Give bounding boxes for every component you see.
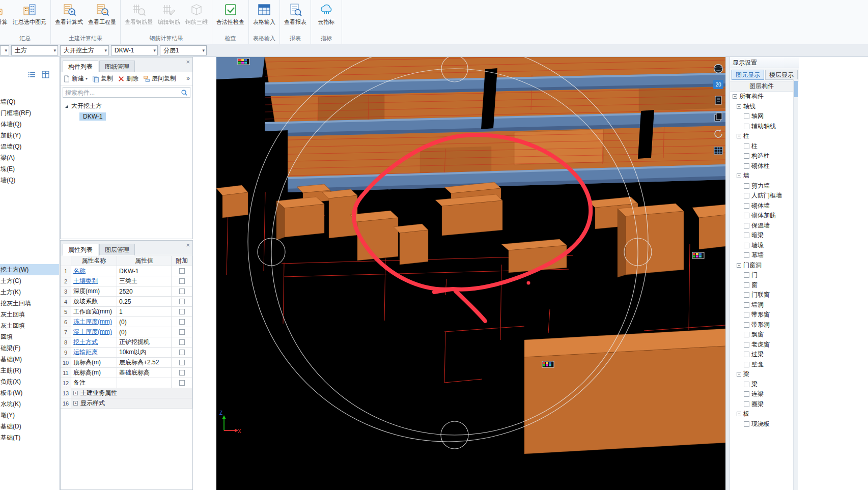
ribbon-button-view-formula[interactable]: 查看计算式 (52, 0, 86, 26)
ribbon-button-rebar-3d[interactable]: 钢筋三维 (183, 0, 210, 26)
sheet-icon[interactable] (713, 95, 724, 106)
orbit-sphere-icon[interactable] (713, 63, 724, 74)
layer-item[interactable]: 墙洞 (730, 300, 793, 310)
filter-dropdown-2[interactable]: 大开挖土方▾ (60, 45, 109, 55)
layer-checkbox[interactable] (744, 391, 749, 397)
attach-checkbox[interactable] (179, 329, 185, 335)
search-icon[interactable] (181, 89, 188, 96)
left-nav-item[interactable]: 水坑(K) (0, 398, 59, 410)
ribbon-button-validity-check[interactable]: 合法性检查 (214, 0, 247, 26)
left-nav-item[interactable]: 灰土回填 (0, 320, 59, 331)
component-tree-group[interactable]: 大开挖土方 (61, 101, 192, 111)
attach-checkbox[interactable] (179, 370, 185, 376)
ribbon-button-edit-rebar[interactable]: 编辑钢筋 (155, 0, 183, 26)
property-row[interactable]: 5工作面宽(mm)1 (61, 307, 192, 317)
3d-scene[interactable] (216, 57, 725, 490)
left-nav-item[interactable]: 础梁(F) (0, 342, 59, 354)
layer-checkbox[interactable] (744, 223, 749, 228)
layer-item[interactable]: 构造柱 (730, 151, 793, 161)
layer-checkbox[interactable] (744, 233, 749, 238)
tab[interactable]: 图元显示 (732, 70, 764, 80)
tab[interactable]: 楼层显示 (765, 70, 798, 80)
layer-checkbox[interactable] (744, 153, 749, 159)
layer-checkbox[interactable] (744, 143, 749, 149)
layer-item[interactable]: 柱 (730, 141, 793, 152)
left-nav-item[interactable]: 灰土回填 (0, 309, 59, 320)
foundation-blocks[interactable] (216, 182, 725, 454)
left-nav-item[interactable]: 门框墙(RF) (0, 107, 59, 119)
toolbar-overflow-button[interactable]: » (186, 75, 190, 82)
viewport-scrollbar[interactable] (725, 57, 730, 490)
layer-item[interactable]: 保温墙 (730, 221, 793, 231)
attach-checkbox[interactable] (179, 268, 185, 274)
list-view-icon[interactable] (27, 70, 36, 79)
ribbon-button-view-quantity[interactable]: 查看工程量 (86, 0, 119, 26)
left-nav-item[interactable]: 墙(Q) (0, 175, 59, 186)
layer-item[interactable]: 连梁 (730, 389, 793, 399)
property-row[interactable]: 8挖土方式正铲挖掘机 (61, 337, 192, 348)
layer-item[interactable]: 辅助轴线 (730, 122, 793, 132)
left-nav-item[interactable]: 土方(K) (0, 286, 59, 298)
toolbar-delete-button[interactable]: 删除 (118, 74, 138, 83)
layer-checkbox[interactable] (744, 243, 749, 248)
filter-dropdown-4[interactable]: 分层1▾ (160, 45, 207, 55)
layer-item[interactable]: 人防门框墙 (730, 191, 793, 201)
layer-checkbox[interactable] (744, 252, 749, 258)
left-nav-item[interactable]: 加筋(Y) (0, 130, 59, 141)
filter-dropdown-1[interactable]: 土方▾ (11, 45, 58, 55)
left-nav-item[interactable]: 温墙(Q) (0, 141, 59, 152)
layer-checkbox[interactable] (744, 213, 749, 218)
attach-checkbox[interactable] (179, 309, 185, 314)
attach-checkbox[interactable] (179, 319, 185, 325)
layer-checkbox[interactable] (744, 421, 749, 427)
layer-checkbox[interactable] (744, 163, 749, 169)
columns-view-icon[interactable] (41, 70, 50, 79)
left-nav-item[interactable]: 基础(T) (0, 432, 59, 443)
layer-checkbox[interactable] (744, 322, 749, 328)
layer-checkbox[interactable] (744, 282, 749, 288)
layer-item[interactable]: 砌体柱 (730, 161, 793, 171)
toolbar-new-button[interactable]: 新建▾ (63, 74, 88, 83)
layer-item[interactable]: −墙 (730, 171, 793, 181)
layer-checkbox[interactable] (744, 203, 749, 209)
property-row[interactable]: 9运输距离10km以内 (61, 348, 192, 358)
layer-item[interactable]: −所有构件 (730, 92, 793, 102)
layer-item[interactable]: 墙垛 (730, 241, 793, 251)
left-nav-item[interactable]: 板带(W) (0, 387, 59, 398)
layer-item[interactable]: −门窗洞 (730, 261, 793, 271)
ribbon-button-table-input[interactable]: 表格输入 (250, 0, 278, 26)
ribbon-button-view-rebar[interactable]: 查看钢筋量 (122, 0, 155, 26)
search-input[interactable] (65, 89, 181, 96)
layer-item[interactable]: 暗梁 (730, 230, 793, 241)
expand-icon[interactable]: + (73, 391, 78, 395)
layer-checkbox[interactable] (744, 362, 749, 367)
attach-checkbox[interactable] (179, 360, 185, 365)
left-nav-item[interactable]: 墩(Y) (0, 410, 59, 421)
left-nav-item[interactable]: 墙(Q) (0, 96, 59, 107)
layer-item[interactable]: −轴线 (730, 102, 793, 112)
property-row[interactable]: 16+显示样式 (61, 398, 192, 409)
attach-checkbox[interactable] (179, 278, 185, 284)
layer-item[interactable]: 砌体加筋 (730, 211, 793, 221)
layer-item[interactable]: 轴网 (730, 111, 793, 122)
grid-icon[interactable] (713, 145, 724, 156)
layers-icon[interactable] (713, 111, 724, 123)
layer-item[interactable]: −柱 (730, 131, 793, 141)
property-row[interactable]: 1名称DKW-1 (61, 266, 192, 276)
property-row[interactable]: 6冻土厚度(mm)(0) (61, 317, 192, 327)
left-nav-item[interactable]: 垛(E) (0, 163, 59, 175)
left-nav-item[interactable]: 土方(C) (0, 275, 59, 286)
attach-checkbox[interactable] (179, 350, 185, 355)
layer-item[interactable]: 飘窗 (730, 330, 793, 340)
close-icon[interactable]: × (186, 242, 190, 248)
viewport-3d[interactable]: 20 Z X (216, 57, 725, 490)
layer-item[interactable]: 现浇板 (730, 419, 793, 429)
layer-checkbox[interactable] (744, 302, 749, 308)
collapse-icon[interactable]: − (737, 134, 741, 138)
tab[interactable]: 图纸管理 (99, 61, 135, 72)
left-nav-item[interactable]: 挖灰土回填 (0, 298, 59, 309)
left-nav-item[interactable]: 主筋(R) (0, 365, 59, 376)
layer-item[interactable]: 砌体墙 (730, 201, 793, 211)
ribbon-button-calc-sum[interactable]: 汇总计算 (0, 0, 10, 26)
layer-checkbox[interactable] (744, 272, 749, 278)
